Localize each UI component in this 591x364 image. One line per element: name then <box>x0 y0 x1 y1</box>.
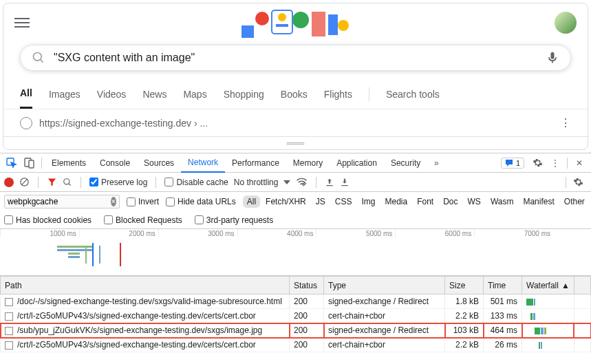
col-status[interactable]: Status <box>290 277 324 295</box>
cell-status: 200 <box>290 309 324 323</box>
type-filter-fetchxhr[interactable]: Fetch/XHR <box>261 195 310 208</box>
close-icon[interactable]: ✕ <box>570 154 588 172</box>
download-icon[interactable] <box>340 178 350 187</box>
table-row[interactable]: /crt/l-zG5oMUPv43/s/signed-exchange-test… <box>1 309 591 323</box>
type-filter-font[interactable]: Font <box>413 195 438 208</box>
hide-data-urls-label: Hide data URLs <box>178 197 236 206</box>
type-filter-manifest[interactable]: Manifest <box>519 195 558 208</box>
device-icon[interactable] <box>21 154 39 172</box>
search-box[interactable] <box>20 45 571 71</box>
mic-icon[interactable] <box>546 51 559 65</box>
search-result[interactable]: https://signed-exchange-testing.dev › ..… <box>3 109 588 136</box>
timeline-mark: 6000 ms <box>395 229 474 237</box>
third-party-label: 3rd-party requests <box>206 215 273 225</box>
preserve-log-checkbox[interactable] <box>89 178 98 186</box>
sort-asc-icon: ▲ <box>561 281 570 290</box>
table-row[interactable]: /crt/l-zG5oMUPv43/s/signed-exchange-test… <box>1 338 591 352</box>
type-filter-other[interactable]: Other <box>560 195 589 208</box>
col-type[interactable]: Type <box>324 277 445 295</box>
type-filter-img[interactable]: Img <box>357 195 379 208</box>
cell-path: /crt/l-zG5oMUPv43/s/signed-exchange-test… <box>1 338 290 352</box>
search-input[interactable] <box>54 52 546 64</box>
cell-time: 26 ms <box>484 338 522 352</box>
tab-all[interactable]: All <box>20 79 32 109</box>
timeline-mark: 5000 ms <box>316 229 395 237</box>
tab-elements[interactable]: Elements <box>45 154 93 172</box>
tab-images[interactable]: Images <box>49 81 80 108</box>
hide-data-urls-checkbox[interactable] <box>166 197 175 206</box>
search-icon[interactable] <box>63 178 72 187</box>
table-row[interactable]: /sub/ypu_jZuGukVK/s/signed-exchange-test… <box>1 323 591 338</box>
tab-books[interactable]: Books <box>281 81 308 108</box>
tab-news[interactable]: News <box>142 81 166 108</box>
blocked-requests-checkbox[interactable] <box>104 215 113 224</box>
clear-filter-icon[interactable]: ✕ <box>111 197 116 206</box>
svg-rect-6 <box>312 12 325 36</box>
disable-cache-checkbox[interactable] <box>164 178 173 186</box>
tab-network[interactable]: Network <box>181 153 225 173</box>
cell-waterfall <box>522 295 574 309</box>
third-party-checkbox[interactable] <box>195 215 204 224</box>
network-conditions-icon[interactable] <box>296 176 308 188</box>
chevron-down-icon[interactable] <box>283 180 290 184</box>
network-timeline[interactable]: 1000 ms2000 ms3000 ms4000 ms5000 ms6000 … <box>0 229 591 276</box>
type-filter-all[interactable]: All <box>243 195 260 208</box>
swap-icon <box>5 298 13 306</box>
avatar[interactable] <box>555 12 577 34</box>
network-filter-row-2: Has blocked cookies Blocked Requests 3rd… <box>0 211 591 229</box>
tab-memory[interactable]: Memory <box>286 154 330 172</box>
svg-point-1 <box>255 12 269 25</box>
cell-path: /doc/-/s/signed-exchange-testing.dev/sxg… <box>1 295 290 309</box>
svg-point-16 <box>64 178 69 184</box>
col-path[interactable]: Path <box>1 277 290 295</box>
tab-security[interactable]: Security <box>384 154 427 172</box>
gear-icon[interactable] <box>528 154 546 172</box>
upload-icon[interactable] <box>325 178 334 187</box>
type-filter-css[interactable]: CSS <box>331 195 356 208</box>
cell-status: 200 <box>290 295 324 309</box>
tab-flights[interactable]: Flights <box>324 81 352 108</box>
inspect-icon[interactable] <box>3 154 21 172</box>
type-filter-wasm[interactable]: Wasm <box>486 195 518 208</box>
gear-icon[interactable] <box>569 173 587 191</box>
blocked-cookies-checkbox[interactable] <box>4 215 13 224</box>
tab-console[interactable]: Console <box>93 154 137 172</box>
table-row[interactable]: /doc/-/s/signed-exchange-testing.dev/sxg… <box>1 295 591 309</box>
drag-handle[interactable]: ═══ <box>3 136 588 149</box>
tab-application[interactable]: Application <box>330 154 384 172</box>
cell-size: 103 kB <box>445 323 484 338</box>
col-waterfall[interactable]: Waterfall▲ <box>522 277 574 295</box>
timeline-mark: 2000 ms <box>79 229 158 237</box>
col-time[interactable]: Time <box>484 277 522 295</box>
type-filter-js[interactable]: JS <box>312 195 330 208</box>
type-filter-media[interactable]: Media <box>380 195 411 208</box>
chat-icon <box>505 159 513 167</box>
record-button[interactable] <box>4 178 14 187</box>
tab-sources[interactable]: Sources <box>137 154 181 172</box>
warnings-badge[interactable]: 1 <box>501 158 524 169</box>
clear-icon[interactable] <box>19 177 30 187</box>
filter-icon[interactable] <box>47 177 57 187</box>
timeline-mark: 3000 ms <box>158 229 237 237</box>
invert-checkbox[interactable] <box>127 197 136 206</box>
more-tabs-icon[interactable]: » <box>427 154 445 172</box>
svg-line-17 <box>69 183 71 185</box>
swap-icon <box>5 312 13 321</box>
google-doodle[interactable] <box>241 5 350 41</box>
filter-input[interactable] <box>8 197 111 206</box>
type-filter-doc[interactable]: Doc <box>439 195 462 208</box>
svg-line-10 <box>41 60 43 63</box>
more-vert-icon[interactable]: ⋮ <box>560 116 571 129</box>
tab-shopping[interactable]: Shopping <box>224 81 264 108</box>
search-tools[interactable]: Search tools <box>386 81 440 108</box>
kebab-icon[interactable]: ⋮ <box>546 154 564 172</box>
tab-maps[interactable]: Maps <box>183 81 206 108</box>
cell-time: 501 ms <box>484 295 522 309</box>
tab-performance[interactable]: Performance <box>225 154 286 172</box>
menu-icon[interactable] <box>14 15 30 30</box>
tab-videos[interactable]: Videos <box>97 81 127 108</box>
type-filter-ws[interactable]: WS <box>464 195 485 208</box>
throttling-select[interactable]: No throttling <box>234 178 279 187</box>
cell-time: 464 ms <box>484 323 522 338</box>
col-size[interactable]: Size <box>445 277 484 295</box>
